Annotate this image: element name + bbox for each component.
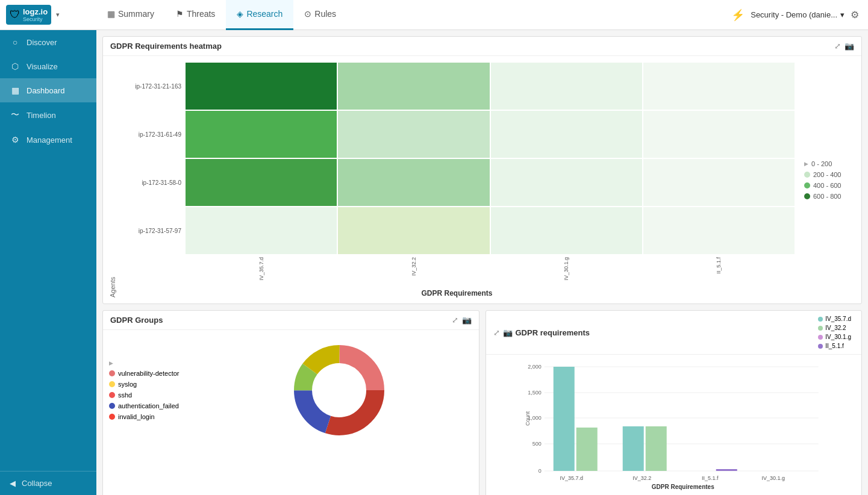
- legend-dot-3: [804, 193, 810, 199]
- req-dot-1: [818, 326, 823, 331]
- gdpr-req-camera-icon[interactable]: 📷: [503, 328, 513, 337]
- gdpr-groups-actions: ⤢ 📷: [452, 316, 472, 325]
- heatmap-cell-0-0: [185, 62, 337, 110]
- top-navigation: 🛡 logz.io Security ▾ ▦ Summary ⚑ Threats…: [0, 0, 868, 30]
- nav-tabs: ▦ Summary ⚑ Threats ◈ Research ⊙ Rules: [96, 0, 731, 30]
- gdpr-groups-header: GDPR Groups ⤢ 📷: [103, 311, 479, 330]
- user-menu[interactable]: Security - Demo (danie... ▾: [751, 10, 845, 19]
- gdpr-req-expand-icon[interactable]: ⤢: [493, 328, 500, 337]
- heatmap-x-label-2: IV_30.1.g: [563, 257, 569, 281]
- bar-2-0: [716, 469, 737, 471]
- groups-legend-item-2: syslog: [109, 381, 199, 388]
- svg-text:2,000: 2,000: [528, 364, 542, 370]
- heatmap-actions: ⤢ 📷: [834, 42, 854, 51]
- groups-dot-0: [109, 370, 115, 376]
- heatmap-legend: ▶ 0 - 200 200 - 400 400 - 600 600 - 800: [795, 62, 855, 297]
- settings-icon[interactable]: ⚙: [851, 9, 859, 20]
- logo-area: 🛡 logz.io Security ▾: [0, 5, 96, 25]
- gdpr-requirements-body: 2,000 1,500 1,000 500 0: [486, 355, 862, 495]
- heatmap-x-labels: IV_35.7.d IV_32.2 IV_30.1.g II_5.1.f: [185, 255, 795, 288]
- tab-rules[interactable]: ⊙ Rules: [293, 0, 347, 30]
- heatmap-row-0: [185, 62, 795, 110]
- legend-dot-1: [804, 172, 810, 178]
- svg-point-5: [319, 370, 360, 411]
- heatmap-panel-header: GDPR Requirements heatmap ⤢ 📷: [103, 37, 861, 56]
- row-label-1: ip-172-31-61-49: [119, 110, 185, 158]
- logo-chevron-icon[interactable]: ▾: [56, 11, 60, 19]
- gdpr-groups-expand-icon[interactable]: ⤢: [452, 316, 458, 325]
- main-layout: ○ Discover ⬡ Visualize ▦ Dashboard 〜 Tim…: [0, 30, 868, 495]
- two-col-section: GDPR Groups ⤢ 📷 ▶ vulnerability: [102, 310, 862, 495]
- heatmap-cell-1-0: [185, 110, 337, 158]
- main-content: GDPR Requirements heatmap ⤢ 📷 Agents ip-…: [96, 30, 868, 495]
- logo[interactable]: 🛡 logz.io Security: [6, 5, 51, 25]
- req-dot-3: [818, 344, 823, 349]
- groups-legend-item-1: vulnerability-detector: [109, 370, 199, 377]
- heatmap-row-1: [185, 110, 795, 158]
- sidebar: ○ Discover ⬡ Visualize ▦ Dashboard 〜 Tim…: [0, 30, 96, 495]
- row-label-0: ip-172-31-21-163: [119, 62, 185, 110]
- sidebar-item-dashboard[interactable]: ▦ Dashboard: [0, 78, 96, 102]
- heatmap-title: GDPR Requirements heatmap: [110, 42, 222, 51]
- gdpr-requirements-legend: IV_35.7.d IV_32.2 IV_30.1.g II_5.1.: [818, 316, 854, 349]
- heatmap-panel: GDPR Requirements heatmap ⤢ 📷 Agents ip-…: [102, 36, 862, 304]
- sidebar-collapse[interactable]: ◀ Collapse: [0, 471, 96, 495]
- groups-arrow-icon: ▶: [109, 360, 113, 366]
- heatmap-x-label-3: II_5.1.f: [716, 257, 722, 274]
- heatmap-x-label-0: IV_35.7.d: [258, 257, 264, 281]
- dashboard-icon: ▦: [10, 86, 20, 95]
- rules-icon: ⊙: [304, 9, 311, 19]
- heatmap-y-axis-label: Agents: [109, 277, 116, 297]
- req-legend-item-1: IV_32.2: [818, 325, 851, 331]
- sidebar-item-visualize[interactable]: ⬡ Visualize: [0, 54, 96, 78]
- row-label-3: ip-172-31-57-97: [119, 207, 185, 255]
- heatmap-cell-2-0: [185, 158, 337, 207]
- gdpr-requirements-header-left: ⤢ 📷 GDPR requirements: [493, 328, 590, 337]
- heatmap-row-2: [185, 158, 795, 207]
- heatmap-cells: IV_35.7.d IV_32.2 IV_30.1.g II_5.1.f: [185, 62, 795, 288]
- alert-icon: ⚡: [731, 8, 745, 22]
- heatmap-cell-3-3: [643, 207, 795, 255]
- legend-dot-2: [804, 182, 810, 188]
- nav-right: ⚡ Security - Demo (danie... ▾ ⚙: [731, 8, 868, 22]
- groups-dot-2: [109, 392, 115, 398]
- heatmap-cell-1-3: [643, 110, 795, 158]
- donut-chart: [205, 336, 473, 444]
- heatmap-cell-3-2: [490, 207, 643, 255]
- gdpr-groups-camera-icon[interactable]: 📷: [462, 316, 472, 325]
- svg-text:IV_32.2: IV_32.2: [632, 475, 651, 481]
- heatmap-cell-3-1: [337, 207, 490, 255]
- heatmap-cell-2-1: [337, 158, 490, 207]
- heatmap-x-label-1: IV_32.2: [411, 257, 417, 276]
- sidebar-item-discover[interactable]: ○ Discover: [0, 30, 96, 54]
- bar-0-0: [553, 367, 574, 471]
- groups-legend-item-4: authentication_failed: [109, 402, 199, 409]
- bar-0-1: [576, 428, 597, 471]
- heatmap-cell-0-1: [337, 62, 490, 110]
- svg-text:IV_30.1.g: IV_30.1.g: [761, 475, 785, 481]
- tab-threats[interactable]: ⚑ Threats: [165, 0, 226, 30]
- req-dot-0: [818, 317, 823, 322]
- heatmap-grid-area: ip-172-31-21-163 ip-172-31-61-49 ip-172-…: [119, 62, 795, 297]
- sidebar-spacer: [0, 152, 96, 471]
- groups-legend-item-0: ▶: [109, 360, 199, 366]
- legend-item-1: 200 - 400: [804, 171, 846, 178]
- svg-text:Count: Count: [524, 411, 530, 426]
- sidebar-item-timelion[interactable]: 〜 Timelion: [0, 102, 96, 128]
- research-icon: ◈: [237, 9, 243, 19]
- sidebar-item-management[interactable]: ⚙ Management: [0, 128, 96, 152]
- heatmap-camera-icon[interactable]: 📷: [845, 42, 854, 51]
- gdpr-groups-panel: GDPR Groups ⤢ 📷 ▶ vulnerability: [102, 310, 479, 495]
- req-dot-2: [818, 335, 823, 340]
- svg-text:II_5.1.f: II_5.1.f: [701, 475, 718, 481]
- gdpr-requirements-title: GDPR requirements: [516, 328, 590, 337]
- logo-text: logz.io: [23, 7, 48, 16]
- req-legend-item-0: IV_35.7.d: [818, 316, 851, 322]
- heatmap-expand-icon[interactable]: ⤢: [834, 42, 841, 51]
- tab-research[interactable]: ◈ Research: [226, 0, 293, 30]
- tab-summary[interactable]: ▦ Summary: [96, 0, 165, 30]
- svg-text:0: 0: [538, 468, 541, 474]
- legend-item-0: ▶ 0 - 200: [804, 160, 846, 167]
- svg-text:GDPR Requirementes: GDPR Requirementes: [651, 484, 714, 490]
- heatmap-cell-1-1: [337, 110, 490, 158]
